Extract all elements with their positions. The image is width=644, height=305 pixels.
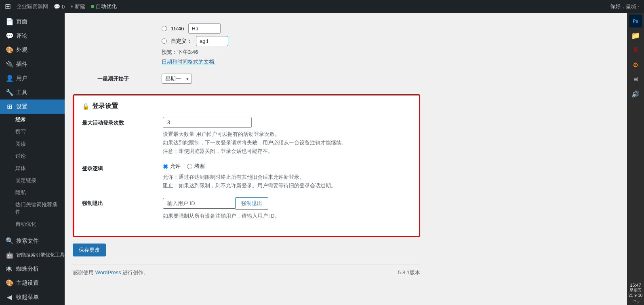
allow-radio-label[interactable]: 允许 [163,163,181,170]
taskbar-clock: 15:47 星期五 21-9-10 IPs [629,280,642,305]
sidebar-item-tools[interactable]: 🔧 工具 [0,85,65,100]
login-box-title: 🔒 登录设置 [82,102,411,110]
plugins-icon: 🔌 [6,60,13,68]
users-icon: 👤 [6,74,13,82]
force-logout-label: 强制退出 [82,197,163,220]
sidebar-item-spider[interactable]: 🕷 蜘蛛分析 [0,262,65,276]
right-taskbar: Ps 📁 S ⚙ 🖥 🔊 15:47 星期五 21-9-10 IPs [627,13,644,305]
appearance-icon: 🎨 [6,46,13,54]
taskbar-icon-4[interactable]: 🔊 [629,87,642,100]
folder-icon[interactable]: 📁 [629,29,642,42]
sidebar-item-settings[interactable]: ⊞ 设置 [0,100,65,114]
max-login-input[interactable] [163,117,252,128]
sidebar-item-theme[interactable]: 🎨 主题设置 [0,276,65,290]
block-radio-label[interactable]: 堵塞 [187,163,205,170]
submenu-hotkeyword[interactable]: 热门关键词推荐插件 [0,199,65,218]
max-login-content: 设置最大数量 用户帐户可以拥有的活动登录次数。 如果达到此限制，下一次登录请求将… [163,117,411,155]
footer: 感谢使用 WordPress 进行创作。 5.8.1版本 [73,265,420,280]
time-format-label [73,19,162,70]
taskbar-icon-2[interactable]: ⚙ [629,58,642,71]
submenu-media[interactable]: 媒体 [0,162,65,174]
login-logic-label: 登录逻辑 [82,163,163,190]
main-content: 15:46 自定义： 预览：下午3:46 日期和时间格式的文档. 一星期开始于 [65,13,627,305]
block-radio[interactable] [187,164,192,169]
collapse-icon: ◀ [6,293,13,301]
login-logic-radios: 允许 堵塞 [163,163,411,170]
comment-icon: 💬 [54,4,60,10]
wp-logo: ⊞ [5,2,11,11]
custom-label: 自定义： [171,38,192,45]
sidebar-item-appearance[interactable]: 🎨 外观 [0,43,65,57]
wordpress-link[interactable]: WordPress [95,269,121,275]
auto-optimize-link[interactable]: 自动优化 [91,3,117,10]
login-settings-box: 🔒 登录设置 最大活动登录次数 设置最大数量 用户帐户可以拥有的活动登录次数。 … [73,94,420,237]
wp-version: 5.8.1版本 [398,269,420,276]
time-format-input-1[interactable] [188,23,221,34]
green-dot-icon [91,5,94,8]
max-login-desc: 设置最大数量 用户帐户可以拥有的活动登录次数。 如果达到此限制，下一次登录请求将… [163,130,411,155]
time-radio-1[interactable] [162,26,167,31]
time-option-custom[interactable]: 自定义： [162,36,416,46]
time-label-1: 15:46 [171,25,184,32]
time-option-1[interactable]: 15:46 [162,23,416,34]
save-button[interactable]: 保存更改 [73,244,106,256]
taskbar-icon-1[interactable]: S [629,44,642,57]
settings-icon: ⊞ [6,103,13,110]
site-name[interactable]: 企业猫资源网 [17,3,48,10]
new-content-button[interactable]: + 新建 [70,3,85,10]
comments-icon: 💬 [6,32,13,40]
submenu-privacy[interactable]: 隐私 [0,186,65,199]
seo-icon: 🤖 [6,251,13,259]
photoshop-icon[interactable]: Ps [629,15,642,28]
submenu-autoptimize[interactable]: 自动优化 [0,218,65,230]
submenu-permalink[interactable]: 固定链接 [0,174,65,186]
theme-icon: 🎨 [6,279,13,287]
pages-icon: 📄 [6,18,13,25]
sidebar-item-searchfile[interactable]: 🔍 搜索文件 [0,234,65,248]
taskbar-icon-3[interactable]: 🖥 [629,73,642,86]
time-format-section: 15:46 自定义： 预览：下午3:46 日期和时间格式的文档. 一星期开始于 [73,19,420,88]
greeting-text: 你好，皇城 · [610,3,639,10]
submenu-general[interactable]: 经常 [0,114,65,126]
week-start-select-wrapper[interactable]: 星期一 星期日 星期六 [162,74,192,84]
sidebar-item-seo[interactable]: 🤖 智能搜索引擎优化工具 [0,248,65,262]
submenu-reading[interactable]: 阅读 [0,138,65,150]
spider-icon: 🕷 [6,265,13,273]
lock-icon: 🔒 [82,103,90,110]
admin-bar: ⊞ 企业猫资源网 💬 0 + 新建 自动优化 你好，皇城 · [0,0,644,13]
force-logout-row: 强制退出 [163,197,411,210]
datetime-doc-link[interactable]: 日期和时间格式的文档. [162,59,216,65]
submenu-discussion[interactable]: 讨论 [0,150,65,162]
tools-icon: 🔧 [6,89,13,96]
sidebar: 📄 页面 💬 评论 🎨 外观 🔌 插件 👤 用户 🔧 工具 ⊞ 设置 [0,13,65,305]
allow-radio[interactable] [163,164,168,169]
time-radio-custom[interactable] [162,38,167,44]
max-login-field: 最大活动登录次数 设置最大数量 用户帐户可以拥有的活动登录次数。 如果达到此限制… [82,117,411,155]
time-preview: 预览：下午3:46 [162,49,416,56]
force-logout-input[interactable] [163,198,236,209]
comment-count[interactable]: 💬 0 [54,4,65,10]
sidebar-item-comments[interactable]: 💬 评论 [0,29,65,43]
sidebar-item-pages[interactable]: 📄 页面 [0,15,65,29]
force-logout-field: 强制退出 强制退出 如果要强制从所有设备注销用户，请输入用户 ID。 [82,197,411,220]
searchfile-icon: 🔍 [6,237,13,245]
footer-credit: 感谢使用 WordPress 进行创作。 [73,269,149,276]
max-login-label: 最大活动登录次数 [82,117,163,155]
login-logic-desc: 允许：通过在达到限制时终止所有其他旧会话来允许新登录。 阻止：如果达到限制，则不… [163,173,411,190]
login-logic-field: 登录逻辑 允许 堵塞 [82,163,411,190]
week-start-select[interactable]: 星期一 星期日 星期六 [162,74,192,84]
force-logout-desc: 如果要强制从所有设备注销用户，请输入用户 ID。 [163,212,411,220]
force-logout-button[interactable]: 强制退出 [236,197,268,210]
week-start-label: 一星期开始于 [73,70,162,88]
sidebar-item-collapse[interactable]: ◀ 收起菜单 [0,290,65,304]
sidebar-item-users[interactable]: 👤 用户 [0,71,65,85]
login-logic-content: 允许 堵塞 允许：通过在达到限制时终止所有其他旧会话来允许新登录。 阻止：如果达… [163,163,411,190]
force-logout-content: 强制退出 如果要强制从所有设备注销用户，请输入用户 ID。 [163,197,411,220]
settings-submenu: 经常 撰写 阅读 讨论 媒体 固定链接 隐私 热门关键词推荐插件 自动优化 [0,114,65,230]
submenu-writing[interactable]: 撰写 [0,126,65,138]
custom-time-input[interactable] [196,36,228,46]
sidebar-item-plugins[interactable]: 🔌 插件 [0,57,65,71]
